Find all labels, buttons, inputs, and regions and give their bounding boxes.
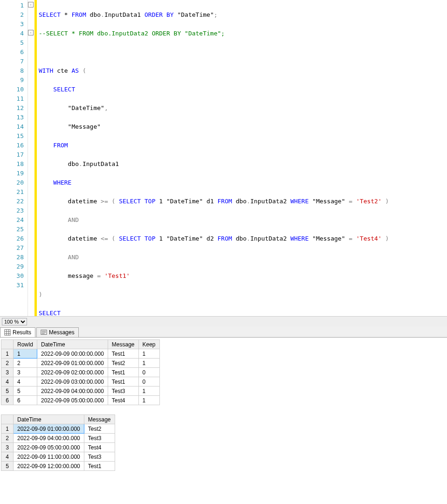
row-header[interactable]: 1	[1, 349, 14, 359]
cell[interactable]: 2022-09-09 12:00:00.000	[14, 462, 84, 471]
cell[interactable]: 2022-09-09 04:00:00.000	[14, 434, 84, 443]
cell[interactable]: 1	[138, 349, 159, 359]
grid-corner[interactable]	[1, 415, 14, 424]
cell[interactable]: 1	[138, 359, 159, 368]
cell[interactable]: 2022-09-09 03:00:00.000	[37, 377, 108, 387]
table-row[interactable]: 442022-09-09 03:00:00.000Test10	[1, 377, 160, 387]
row-header[interactable]: 5	[1, 387, 14, 396]
cell[interactable]: Test2	[84, 424, 115, 434]
cell[interactable]: 5	[14, 387, 37, 396]
cell[interactable]: 2022-09-09 01:00:00.000	[14, 424, 84, 434]
cell[interactable]: 2022-09-09 02:00:00.000	[37, 368, 108, 377]
col-header-message[interactable]: Message	[108, 340, 138, 349]
zoom-select[interactable]: 100 %	[2, 318, 27, 325]
grid-icon	[4, 329, 11, 336]
cell[interactable]: 2022-09-09 00:00:00.000	[37, 349, 108, 359]
cell[interactable]: Test1	[84, 462, 115, 471]
cell[interactable]: 0	[138, 377, 159, 387]
col-header-datetime[interactable]: DateTime	[14, 415, 84, 424]
cell[interactable]: 4	[14, 377, 37, 387]
line-number-gutter: 12345678910 11121314151617181920 2122232…	[0, 0, 28, 316]
cell[interactable]: 2022-09-09 01:00:00.000	[37, 359, 108, 368]
col-header-keep[interactable]: Keep	[138, 340, 159, 349]
cell[interactable]: Test1	[108, 349, 138, 359]
tab-label: Results	[13, 329, 31, 336]
col-header-datetime[interactable]: DateTime	[37, 340, 108, 349]
fold-marker-icon[interactable]: -	[28, 30, 34, 35]
tab-label: Messages	[49, 329, 75, 336]
table-row[interactable]: 332022-09-09 02:00:00.000Test10	[1, 368, 160, 377]
tab-messages[interactable]: Messages	[36, 327, 79, 337]
cell[interactable]: 3	[14, 368, 37, 377]
fold-column: - -	[28, 0, 34, 316]
table-row[interactable]: 12022-09-09 01:00:00.000Test2	[1, 424, 115, 434]
cell[interactable]: Test2	[108, 359, 138, 368]
cell[interactable]: Test1	[108, 368, 138, 377]
row-header[interactable]: 1	[1, 424, 14, 434]
cell[interactable]: Test3	[84, 434, 115, 443]
fold-marker-icon[interactable]: -	[28, 2, 34, 7]
results-pane[interactable]: RowId DateTime Message Keep 112022-09-09…	[0, 338, 447, 504]
results-tabs: Results Messages	[0, 326, 447, 338]
col-header-message[interactable]: Message	[84, 415, 115, 424]
cell[interactable]: 2022-09-09 04:00:00.000	[37, 387, 108, 396]
cell[interactable]: Test4	[84, 443, 115, 452]
col-header-rowid[interactable]: RowId	[14, 340, 37, 349]
row-header[interactable]: 2	[1, 359, 14, 368]
row-header[interactable]: 2	[1, 434, 14, 443]
cell[interactable]: 1	[14, 349, 37, 359]
cell[interactable]: 2022-09-09 11:00:00.000	[14, 452, 84, 462]
cell[interactable]: 2	[14, 359, 37, 368]
tab-results[interactable]: Results	[0, 327, 35, 337]
row-header[interactable]: 4	[1, 377, 14, 387]
row-header[interactable]: 4	[1, 452, 14, 462]
cell[interactable]: Test4	[108, 396, 138, 405]
code-area[interactable]: 12345678910 11121314151617181920 2122232…	[0, 0, 447, 316]
cell[interactable]: Test3	[108, 387, 138, 396]
table-row[interactable]: 662022-09-09 05:00:00.000Test41	[1, 396, 160, 405]
table-row[interactable]: 22022-09-09 04:00:00.000Test3	[1, 434, 115, 443]
table-row[interactable]: 42022-09-09 11:00:00.000Test3	[1, 452, 115, 462]
table-row[interactable]: 222022-09-09 01:00:00.000Test21	[1, 359, 160, 368]
results-grid-1[interactable]: RowId DateTime Message Keep 112022-09-09…	[1, 339, 160, 405]
row-header[interactable]: 3	[1, 368, 14, 377]
table-row[interactable]: 552022-09-09 04:00:00.000Test31	[1, 387, 160, 396]
cell[interactable]: 2022-09-09 05:00:00.000	[14, 443, 84, 452]
cell[interactable]: Test1	[108, 377, 138, 387]
row-header[interactable]: 3	[1, 443, 14, 452]
cell[interactable]: Test3	[84, 452, 115, 462]
cell[interactable]: 1	[138, 396, 159, 405]
row-header[interactable]: 6	[1, 396, 14, 405]
table-row[interactable]: 112022-09-09 00:00:00.000Test11	[1, 349, 160, 359]
cell[interactable]: 0	[138, 368, 159, 377]
table-row[interactable]: 32022-09-09 05:00:00.000Test4	[1, 443, 115, 452]
results-grid-2[interactable]: DateTime Message 12022-09-09 01:00:00.00…	[1, 414, 115, 471]
code-text[interactable]: SELECT * FROM dbo.InputData1 ORDER BY "D…	[37, 0, 447, 316]
grid-corner[interactable]	[1, 340, 14, 349]
zoom-bar: 100 %	[0, 316, 447, 326]
editor-pane: 12345678910 11121314151617181920 2122232…	[0, 0, 447, 326]
row-header[interactable]: 5	[1, 462, 14, 471]
cell[interactable]: 6	[14, 396, 37, 405]
cell[interactable]: 2022-09-09 05:00:00.000	[37, 396, 108, 405]
svg-rect-0	[5, 330, 10, 335]
table-row[interactable]: 52022-09-09 12:00:00.000Test1	[1, 462, 115, 471]
messages-icon	[41, 329, 47, 336]
cell[interactable]: 1	[138, 387, 159, 396]
